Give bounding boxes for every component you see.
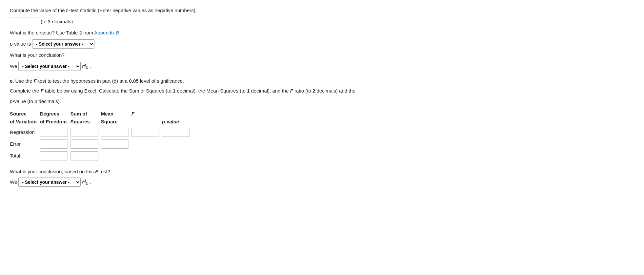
conclusion-select[interactable]: - Select your answer - [18, 62, 81, 71]
appendix-b-link[interactable]: Appendix B [94, 30, 119, 35]
sum-regression [70, 126, 101, 138]
t-italic: t [66, 7, 68, 14]
table-row-total: Total [10, 150, 192, 162]
sum-total [70, 150, 101, 162]
table-row-regression: Regression [10, 126, 192, 138]
part-e-bold: e. [10, 77, 14, 85]
F-italic-complete: F [40, 88, 43, 94]
F-italic-ratio: F [290, 88, 293, 94]
th-mean: Mean Square [101, 109, 131, 126]
two-decimals: 2 [312, 88, 315, 94]
regression-f-input[interactable] [131, 128, 159, 137]
compute-text: Compute the value of the [10, 7, 65, 14]
part-e-text: Use the F-test to test the hypotheses in… [15, 77, 184, 85]
regression-degrees-input[interactable] [40, 128, 68, 137]
mean-error [101, 138, 131, 150]
F-italic-conclusion: F [95, 169, 98, 174]
one-decimal-1: 1 [173, 88, 175, 94]
h0-label-2: H0 [82, 178, 88, 187]
tstat-input-line: (to 3 decimals) [10, 17, 634, 26]
pvalue-question-text: What is the p-value? Use Table 2 from Ap… [10, 29, 121, 37]
compute-text2: -test statistic (Enter negative values a… [69, 7, 197, 14]
h0-period: . [90, 62, 91, 70]
source-total: Total [10, 150, 40, 162]
part-e-line: e. Use the F-test to test the hypotheses… [10, 77, 634, 85]
source-error: Error [10, 138, 40, 150]
compute-line: Compute the value of the t -test statist… [10, 7, 634, 14]
conclusion-question-text: What is your conclusion? [10, 51, 65, 59]
pvalue-decimals-text: p-value (to 4 decimals). [10, 97, 61, 105]
f-table: Source of Variation Degrees of Freedom S… [10, 109, 192, 162]
significance-level: 0.05 [129, 78, 138, 84]
total-sum-input[interactable] [70, 151, 98, 160]
h0-period-2: . [90, 178, 91, 186]
regression-pvalue-input[interactable] [162, 128, 190, 137]
pvalue-select[interactable]: - Select your answer - [32, 39, 94, 49]
f-total-empty [131, 150, 162, 162]
degrees-error [40, 138, 70, 150]
table-row-error: Error [10, 138, 192, 150]
pvalue-error-empty [162, 138, 192, 150]
pvalue-question-line: What is the p-value? Use Table 2 from Ap… [10, 29, 634, 37]
pvalue-total-empty [162, 150, 192, 162]
regression-sum-input[interactable] [70, 128, 98, 137]
conclusion-question-line: What is your conclusion? [10, 51, 634, 59]
decimals-label: (to 3 decimals) [41, 18, 73, 26]
p-italic-2: p [10, 98, 12, 104]
regression-mean-input[interactable] [101, 128, 129, 137]
th-pvalue: p-value [162, 109, 192, 126]
p-italic: p [36, 30, 38, 35]
pvalue-regression [162, 126, 192, 138]
mean-total-empty [101, 150, 131, 162]
sum-error [70, 138, 101, 150]
f-error-empty [131, 138, 162, 150]
th-degrees: Degrees of Freedom [40, 109, 70, 126]
one-decimal-2: 1 [247, 88, 250, 94]
complete-f-text: Complete the F table below using Excel. … [10, 87, 355, 95]
F-italic-e: F [33, 78, 36, 84]
conclusion-select-line: We - Select your answer - H0 . [10, 62, 634, 71]
error-sum-input[interactable] [70, 139, 98, 149]
conclusion2-question-line: What is your conclusion, based on this F… [10, 168, 634, 176]
complete-f-line2: p-value (to 4 decimals). [10, 97, 634, 105]
source-regression: Regression [10, 126, 40, 138]
degrees-regression [40, 126, 70, 138]
we-label: We [10, 62, 17, 70]
conclusion2-select-line: We - Select your answer - H0 . [10, 178, 634, 187]
th-f: F [131, 109, 162, 126]
mean-regression [101, 126, 131, 138]
error-degrees-input[interactable] [40, 139, 68, 149]
h0-label: H0 [82, 62, 88, 71]
total-degrees-input[interactable] [40, 151, 68, 160]
error-mean-input[interactable] [101, 139, 129, 149]
f-regression [131, 126, 162, 138]
p-label: p [10, 41, 12, 47]
th-sum: Sum of Squares [70, 109, 101, 126]
complete-f-line: Complete the F table below using Excel. … [10, 87, 634, 95]
degrees-total [40, 150, 70, 162]
tstat-input[interactable] [10, 17, 39, 26]
we-label-2: We [10, 178, 17, 186]
conclusion2-question-text: What is your conclusion, based on this F… [10, 168, 110, 176]
th-source: Source of Variation [10, 109, 40, 126]
conclusion2-select[interactable]: - Select your answer - [18, 178, 81, 187]
pvalue-is-label: p-value is [10, 40, 31, 48]
pvalue-select-line: p-value is - Select your answer - [10, 39, 634, 49]
